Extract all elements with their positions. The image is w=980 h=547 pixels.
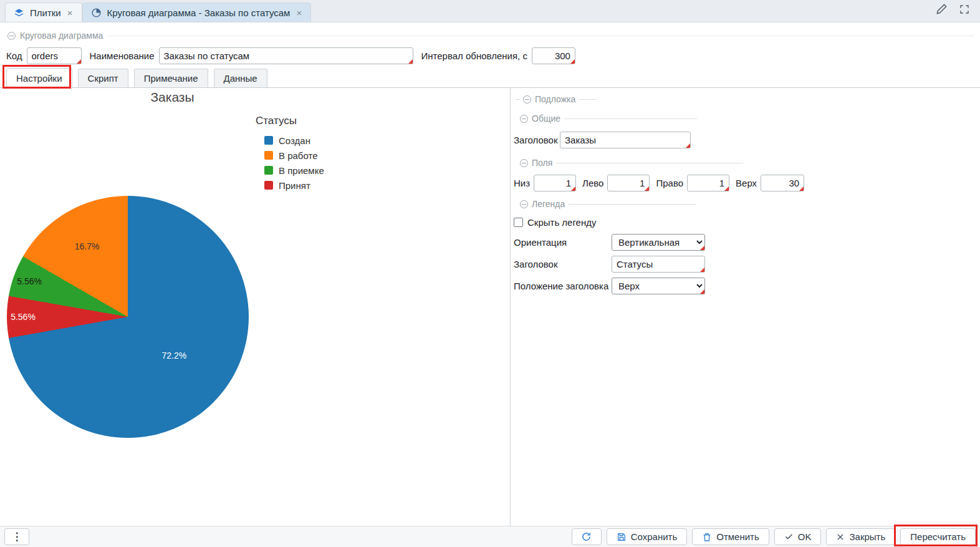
ok-button[interactable]: OK: [774, 528, 822, 545]
save-button[interactable]: Сохранить: [607, 528, 688, 545]
margin-right-input[interactable]: [687, 175, 729, 191]
name-input[interactable]: [159, 47, 413, 64]
legend-orientation-row: Ориентация Вертикальная: [514, 234, 980, 251]
legend-label: Создан: [279, 135, 310, 146]
group-title: Круговая диаграмма: [20, 31, 103, 41]
code-input[interactable]: [27, 47, 82, 64]
refresh-interval-input[interactable]: [532, 47, 575, 64]
refresh-button[interactable]: [572, 528, 602, 545]
group-title: Легенда: [532, 199, 565, 209]
collapse-icon[interactable]: [523, 95, 531, 104]
group-title: Подложка: [535, 94, 575, 104]
close-icon: [836, 533, 845, 541]
tab-data[interactable]: Данные: [214, 69, 267, 87]
legend-item[interactable]: В приемке: [264, 163, 324, 178]
recalculate-button[interactable]: Пересчитать: [900, 528, 976, 545]
pie-chart: 72.2%5.56%5.56%16.7%: [7, 196, 249, 438]
window-actions: [936, 0, 980, 22]
margin-right-label: Право: [656, 178, 683, 188]
close-button[interactable]: Закрыть: [826, 528, 895, 545]
legend-title: Статусы: [256, 115, 324, 127]
title-position-label: Положение заголовка: [514, 281, 612, 291]
general-group-header: Общие: [520, 114, 980, 123]
margin-top-label: Верх: [736, 178, 757, 188]
orientation-label: Ориентация: [514, 237, 612, 248]
code-label: Код: [6, 51, 22, 61]
legend-swatch: [264, 166, 273, 175]
collapse-icon[interactable]: [7, 32, 16, 40]
legend-items: СозданВ работеВ приемкеПринят: [256, 133, 324, 193]
trash-icon: [702, 532, 712, 542]
chart-title: Заказы: [5, 90, 340, 105]
backdrop-group-header: Подложка: [516, 94, 980, 104]
window-tab-bar: Плитки × Круговая диаграмма - Заказы по …: [0, 0, 980, 22]
collapse-icon[interactable]: [520, 115, 528, 123]
tiles-icon: [14, 7, 24, 18]
chart-settings-group-header: Круговая диаграмма: [7, 31, 974, 41]
margin-bottom-input[interactable]: [534, 175, 576, 191]
legend-item[interactable]: В работе: [264, 148, 324, 163]
margins-row: Низ Лево Право Верх: [514, 175, 980, 191]
legend-title-row: Заголовок: [514, 256, 980, 273]
cancel-button[interactable]: Отменить: [692, 528, 769, 545]
tab-tiles[interactable]: Плитки ×: [5, 2, 82, 22]
legend-item[interactable]: Принят: [264, 178, 324, 193]
group-title: Поля: [532, 158, 552, 168]
pie-slice-label: 5.56%: [11, 312, 36, 322]
title-position-select[interactable]: Верх: [612, 278, 705, 294]
save-label: Сохранить: [631, 531, 678, 542]
ok-label: OK: [798, 531, 812, 542]
orientation-select[interactable]: Вертикальная: [612, 234, 705, 251]
tab-label: Плитки: [30, 7, 61, 18]
margin-top-input[interactable]: [761, 175, 804, 191]
config-tab-strip: Настройки Скрипт Примечание Данные: [0, 67, 980, 88]
close-tab-icon[interactable]: ×: [67, 7, 74, 18]
pie-slice-label: 16.7%: [75, 241, 100, 251]
legend-swatch: [264, 136, 273, 145]
chart-title-label: Заголовок: [514, 135, 560, 145]
hide-legend-checkbox[interactable]: [514, 218, 523, 227]
margin-bottom-label: Низ: [514, 178, 530, 188]
pie-slice-label: 72.2%: [161, 351, 186, 361]
refresh-interval-label: Интервал обновления, с: [421, 51, 527, 61]
tab-script[interactable]: Скрипт: [78, 69, 128, 87]
recalculate-label: Пересчитать: [910, 531, 966, 542]
chart-props-form: Код Наименование Интервал обновления, с: [6, 47, 575, 64]
refresh-icon: [581, 531, 592, 542]
fullscreen-icon[interactable]: [959, 4, 970, 15]
name-label: Наименование: [90, 51, 155, 61]
legend-title-input[interactable]: [612, 256, 705, 273]
tab-label: Круговая диаграмма - Заказы по статусам: [107, 7, 291, 18]
collapse-icon[interactable]: [520, 200, 528, 208]
legend-label: Принят: [279, 180, 310, 191]
pie-slice-label: 5.56%: [17, 276, 42, 286]
legend-swatch: [264, 151, 273, 160]
divider: [107, 36, 974, 36]
margins-group-header: Поля: [520, 158, 980, 168]
chart-legend: Статусы СозданВ работеВ приемкеПринят: [256, 115, 324, 193]
tab-pie-chart[interactable]: Круговая диаграмма - Заказы по статусам …: [82, 2, 312, 22]
hide-legend-row: Скрыть легенду: [514, 217, 980, 228]
tab-settings[interactable]: Настройки: [6, 68, 72, 88]
pie-chart-icon: [91, 7, 102, 18]
hide-legend-label: Скрыть легенду: [527, 217, 597, 228]
check-icon: [784, 532, 794, 541]
collapse-icon[interactable]: [520, 159, 528, 167]
margin-left-input[interactable]: [607, 175, 650, 191]
margin-left-label: Лево: [582, 178, 603, 188]
legend-item[interactable]: Создан: [264, 133, 324, 148]
tab-note[interactable]: Примечание: [134, 69, 208, 87]
legend-title-position-row: Положение заголовка Верх: [514, 278, 980, 294]
group-title: Общие: [532, 114, 560, 123]
footer-toolbar: ⋮ Сохранить Отменить OK Закрыть Пересчит…: [0, 526, 980, 547]
cancel-label: Отменить: [716, 531, 759, 542]
save-icon: [617, 532, 627, 542]
pie-chart-preview: Заказы Статусы СозданВ работеВ приемкеПр…: [5, 90, 340, 520]
chart-title-row: Заголовок: [514, 132, 980, 148]
close-tab-icon[interactable]: ×: [295, 7, 302, 18]
settings-panel: Подложка Общие Заголовок Поля Низ Лево П…: [511, 88, 980, 526]
close-label: Закрыть: [849, 531, 885, 542]
chart-title-input[interactable]: [560, 132, 691, 148]
edit-icon[interactable]: [936, 3, 948, 15]
menu-button[interactable]: ⋮: [4, 528, 29, 545]
